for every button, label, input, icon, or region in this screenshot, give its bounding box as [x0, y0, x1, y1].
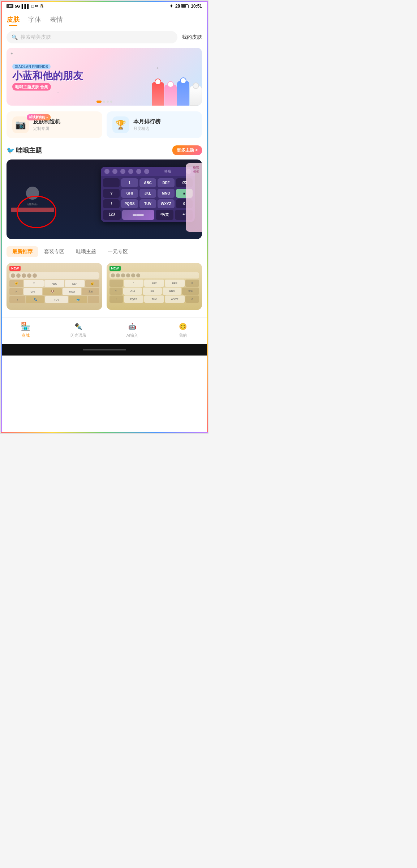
kb-icon-6: [144, 169, 149, 174]
bird-icon: 🐦: [7, 146, 14, 154]
my-skin-button[interactable]: 我的皮肤: [182, 34, 202, 41]
keyboard-preview-inner: 哈哦 1 ABC DEF ⌫ ? GHI: [101, 167, 195, 222]
kb-key-excl: !: [103, 199, 120, 208]
sk2-icon1: [111, 273, 115, 277]
nav-item-shop[interactable]: 🏪 商城: [21, 322, 30, 338]
keyboard-preview-wrap: 无限制面 / 哈哦: [7, 159, 202, 239]
feature-card-skin-maker[interactable]: 试试新功能～ 📷 皮肤制造机 定制专属: [7, 111, 102, 138]
nav-item-mine[interactable]: 😊 我的: [178, 322, 188, 338]
sk1-r1c3: ABC: [44, 280, 64, 287]
kb-rows: 1 ABC DEF ⌫ ? GHI JKL MNO ■: [101, 176, 195, 222]
trophy-icon: 🏆: [115, 120, 126, 130]
sub-tab-bundle[interactable]: 套装专区: [38, 246, 70, 257]
banner-dots: [96, 101, 112, 103]
kb-key-tuv: TUV: [139, 199, 156, 208]
sk2-r2c1: ?: [109, 288, 123, 295]
more-themes-button[interactable]: 更多主题 >: [172, 145, 202, 155]
sk2-r1c1: [109, 280, 123, 287]
kb-toolbar: 哈哦: [101, 167, 195, 176]
sub-tab-1yuan[interactable]: 一元专区: [102, 246, 134, 257]
kb-brand-text: 哈哦: [164, 169, 171, 174]
signal-icon: 5G: [15, 4, 20, 8]
sub-tab-latest[interactable]: 最新推荐: [7, 246, 38, 257]
sk1-r1c5: 🐱: [85, 280, 99, 287]
sk2-r1c2: 1: [124, 280, 144, 287]
sk1-r2c5: 重输: [82, 288, 99, 295]
sk1-r3c5: [88, 296, 99, 303]
sk1-icon2: [16, 273, 21, 278]
tab-font[interactable]: 字体: [28, 15, 41, 25]
banner-deco-star1: ✦: [10, 51, 13, 56]
banner-characters: [152, 81, 202, 106]
right-border: [207, 1, 208, 433]
camera-icon: 📷: [15, 120, 26, 130]
sk1-r3c4: 🐟: [69, 296, 87, 303]
skin-card-1-inner: NEW 😺: [7, 263, 102, 310]
sk1-r1c1: 😺: [9, 280, 23, 287]
sk2-icon2: [116, 273, 120, 277]
banner-subtitle: 哇哦主题皮肤 合集: [12, 83, 51, 91]
sk2-icon5: [131, 273, 135, 277]
right-card: 粉花运运: [186, 163, 202, 232]
sub-tabs: 最新推荐 套装专区 哇哦主题 一元专区: [7, 246, 202, 257]
dot-4: [110, 101, 112, 103]
search-bar[interactable]: 🔍 搜索精美皮肤: [7, 31, 177, 43]
right-card-text: 粉花运运: [186, 163, 202, 176]
sk2-r3c5: 0: [185, 295, 199, 303]
skin-kb-preview-2: 1 ABC DEF ✕ ? GHI JKL MNO 重输: [109, 272, 199, 303]
nav-item-flash[interactable]: ✒️ 闪光语录: [70, 322, 86, 338]
skin-kb-preview-1: 😺 ① ABC DEF 🐱 ? GHI 🐶 MNO: [9, 272, 99, 303]
sk1-icon5: [33, 273, 37, 278]
skin-card-2[interactable]: NEW: [107, 263, 202, 310]
kb-icon-4: [128, 169, 133, 174]
kb-key-abc: ABC: [139, 178, 156, 187]
tab-emoji[interactable]: 表情: [50, 15, 63, 25]
kb-icon-1: [104, 169, 109, 174]
sub-tab-waow[interactable]: 哇哦主题: [70, 246, 102, 257]
bluetooth-icon: ✦: [169, 4, 173, 9]
skin-card-1[interactable]: NEW 😺: [7, 263, 102, 310]
nav-item-ai[interactable]: 🤖 AI输入: [126, 322, 138, 338]
kb-key-ghi: GHI: [121, 189, 138, 198]
sk1-r1c4: DEF: [65, 280, 85, 287]
kb-key-pqrs: PQRS: [121, 199, 138, 208]
skin-kb-row2-1: 1 ABC DEF ✕: [109, 280, 199, 287]
sk1-icon1: [11, 273, 15, 278]
sk2-r3c2: PQRS: [124, 295, 144, 303]
new-badge-1: NEW: [9, 266, 21, 271]
sk2-r1c5: ✕: [185, 280, 199, 287]
status-right: ✦ 28 10:51: [169, 4, 202, 9]
left-label: 无限制面 /: [11, 203, 54, 206]
sk1-r2c4: MNO: [63, 288, 81, 295]
keyboard-bg: 无限制面 / 哈哦: [7, 159, 202, 239]
sk1-r2c3: 🐶: [43, 288, 62, 295]
tab-skin[interactable]: 皮肤: [7, 15, 20, 25]
banner[interactable]: ✦ + + XIAOLAN FRIENDS 小蓝和他的朋友 哇哦主题皮肤 合集: [7, 48, 202, 106]
phone-frame: HD 5G ▌▌▌ □ ✉ 🐧 ✦ 28 10:51 皮肤 字体 表情: [0, 0, 208, 434]
sk2-r1c4: DEF: [165, 280, 185, 287]
home-bar: [83, 349, 126, 350]
main-content: 皮肤 字体 表情 🔍 搜索精美皮肤 我的皮肤 ✦ + + XIAOLAN FRI…: [1, 11, 208, 310]
nav-label-ai: AI输入: [126, 333, 138, 338]
search-row: 🔍 搜索精美皮肤 我的皮肤: [7, 31, 202, 43]
skin-kb-rows-2: 1 ABC DEF ✕ ? GHI JKL MNO 重输: [109, 280, 199, 303]
skin-kb-toolbar-2: [109, 272, 199, 278]
kb-icon-3: [120, 169, 125, 174]
waow-title: 🐦 哇哦主题: [7, 146, 42, 155]
sk1-r1c2: ①: [24, 280, 44, 287]
sk1-r3c1: !: [9, 296, 25, 303]
nav-label-mine: 我的: [179, 333, 187, 338]
shop-icon: 🏪: [21, 322, 30, 331]
mine-icon: 😊: [178, 322, 188, 331]
banner-content: XIAOLAN FRIENDS 小蓝和他的朋友 哇哦主题皮肤 合集: [12, 63, 83, 91]
sk2-r2c3: JKL: [143, 288, 162, 295]
feature-card-ranking[interactable]: 🏆 本月排行榜 月度精选: [107, 111, 202, 138]
kb-key-wxyz: WXYZ: [158, 199, 174, 208]
kb-row-2: ? GHI JKL MNO ■: [103, 189, 193, 198]
sk1-r3c2: 🐾: [26, 296, 44, 303]
skin-kb-row1-1: 😺 ① ABC DEF 🐱: [9, 280, 99, 287]
flash-icon: ✒️: [74, 322, 83, 331]
kb-icon-5: [136, 169, 141, 174]
sk1-icon4: [27, 273, 31, 278]
dot-2: [103, 101, 105, 103]
